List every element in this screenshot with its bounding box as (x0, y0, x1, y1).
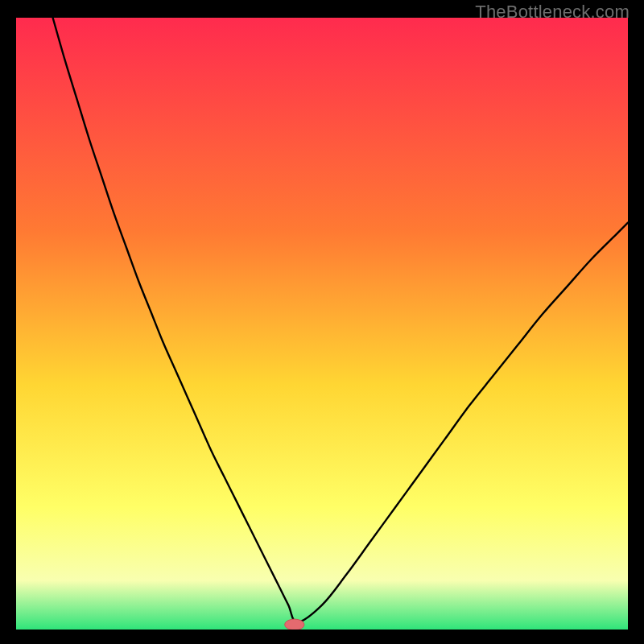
chart-frame (16, 18, 628, 630)
bottleneck-chart (16, 18, 628, 630)
optimal-point-marker (285, 619, 304, 630)
gradient-background (16, 18, 628, 630)
